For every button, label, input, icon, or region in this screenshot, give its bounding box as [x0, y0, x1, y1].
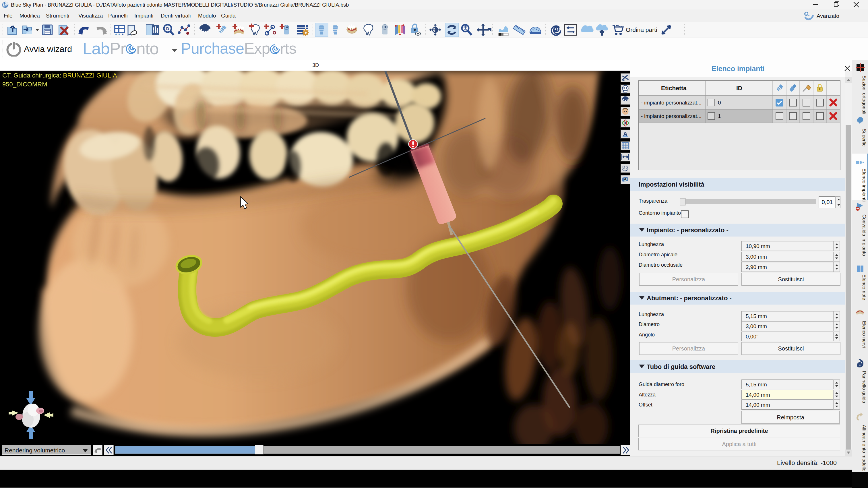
svg-text:950_DICOMRM: 950_DICOMRM [2, 81, 47, 88]
svg-text:- impianto personalizzat...: - impianto personalizzat... [641, 113, 702, 119]
svg-text:- impianto personalizzat...: - impianto personalizzat... [641, 100, 702, 105]
svg-text:A: A [623, 130, 628, 138]
svg-text:Ordina parti: Ordina parti [626, 26, 657, 33]
svg-text:DS: DS [622, 164, 628, 170]
svg-text:0: 0 [718, 100, 721, 105]
svg-text:CT, Guida chirurgica: BRUNAZZI: CT, Guida chirurgica: BRUNAZZI GIULIA [2, 72, 117, 79]
svg-text:D: D [166, 26, 169, 31]
svg-text:1: 1 [718, 113, 721, 119]
